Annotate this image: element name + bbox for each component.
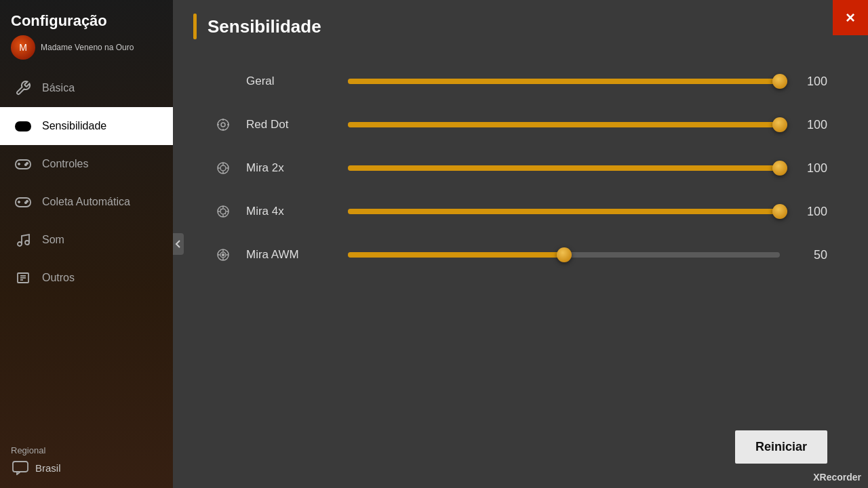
- sidebar-content: Configuração M Madame Veneno na Ouro Bás…: [0, 0, 173, 488]
- svg-point-5: [25, 126, 26, 127]
- sidebar-label-basica: Básica: [42, 82, 75, 94]
- reticle-icon: [214, 115, 233, 134]
- slider-thumb-mira4x[interactable]: [772, 204, 787, 219]
- svg-point-50: [222, 254, 224, 256]
- slider-track-mira2x[interactable]: [348, 165, 780, 171]
- slider-row-red-dot: Red Dot 100: [214, 103, 827, 146]
- slider-fill-miraawm: [348, 252, 564, 258]
- avatar: M: [11, 35, 35, 60]
- gamepad-icon-sens: [14, 117, 33, 136]
- gamepad-icon-ctrl: [14, 155, 33, 174]
- slider-fill-mira4x: [348, 209, 780, 214]
- slider-value-miraawm: 50: [793, 248, 827, 262]
- slider-fill-red-dot: [348, 122, 780, 127]
- sidebar-label-som: Som: [42, 234, 64, 246]
- slider-row-geral: Geral 100: [214, 60, 827, 103]
- wrench-icon: [14, 79, 33, 98]
- svg-point-10: [25, 164, 26, 165]
- sidebar-item-outros[interactable]: Outros: [0, 259, 173, 297]
- svg-point-16: [18, 242, 22, 246]
- slider-label-miraawm: Mira AWM: [246, 248, 334, 262]
- slider-track-red-dot[interactable]: [348, 122, 780, 127]
- main-header: Sensibilidade: [173, 0, 868, 46]
- scope4x-icon: [214, 202, 233, 221]
- slider-thumb-miraawm[interactable]: [557, 247, 572, 262]
- slider-value-mira2x: 100: [793, 161, 827, 176]
- slider-track-geral[interactable]: [348, 79, 780, 84]
- sidebar-label-outros: Outros: [42, 272, 75, 284]
- sidebar-item-basica[interactable]: Básica: [0, 69, 173, 107]
- sidebar-label-controles: Controles: [42, 158, 88, 170]
- sidebar-item-controles[interactable]: Controles: [0, 145, 173, 183]
- svg-rect-22: [13, 462, 28, 472]
- slider-label-mira2x: Mira 2x: [246, 161, 334, 175]
- regional-row: Brasil: [11, 458, 162, 477]
- slider-row-miraawm: Mira AWM 50: [214, 233, 827, 277]
- slider-track-miraawm[interactable]: [348, 252, 780, 258]
- svg-point-31: [220, 165, 226, 171]
- slider-track-mira4x[interactable]: [348, 209, 780, 214]
- svg-point-17: [25, 241, 29, 245]
- slider-label-red-dot: Red Dot: [246, 118, 334, 131]
- sliders-container: Geral 100 Red Dot: [173, 46, 868, 488]
- slider-value-geral: 100: [793, 75, 827, 89]
- section-indicator: [193, 14, 197, 39]
- slider-thumb-mira2x[interactable]: [772, 161, 787, 176]
- svg-point-15: [25, 202, 26, 203]
- sidebar-item-som[interactable]: Som: [0, 221, 173, 259]
- regional-label: Regional: [11, 445, 162, 455]
- config-header: Configuração M Madame Veneno na Ouro: [0, 0, 173, 69]
- sidebar: Configuração M Madame Veneno na Ouro Bás…: [0, 0, 173, 488]
- slider-value-mira4x: 100: [793, 205, 827, 219]
- reiniciar-button[interactable]: Reiniciar: [735, 430, 827, 464]
- close-button[interactable]: ×: [833, 0, 868, 35]
- sidebar-footer: Regional Brasil: [0, 437, 173, 488]
- collapse-sidebar-button[interactable]: [173, 233, 184, 255]
- scope2x-icon: [214, 159, 233, 178]
- regional-country: Brasil: [35, 462, 61, 474]
- section-title: Sensibilidade: [208, 16, 321, 37]
- slider-fill-geral: [348, 79, 780, 84]
- slider-value-red-dot: 100: [793, 118, 827, 132]
- slider-thumb-geral[interactable]: [772, 74, 787, 89]
- chat-icon: [11, 458, 30, 477]
- user-info: M Madame Veneno na Ouro: [11, 35, 162, 60]
- music-icon: [14, 230, 33, 249]
- slider-fill-mira2x: [348, 165, 780, 171]
- slider-thumb-red-dot[interactable]: [772, 117, 787, 132]
- gamepad-icon-coleta: [14, 192, 33, 211]
- sidebar-item-sensibilidade[interactable]: Sensibilidade: [0, 107, 173, 145]
- user-name: Madame Veneno na Ouro: [41, 43, 134, 52]
- list-icon: [14, 268, 33, 287]
- scopeawm-icon: [214, 245, 233, 264]
- main-content: × Sensibilidade Geral 100: [173, 0, 868, 488]
- sidebar-label-coleta: Coleta Automática: [42, 196, 130, 208]
- sidebar-item-coleta[interactable]: Coleta Automática: [0, 183, 173, 221]
- close-icon: ×: [846, 9, 855, 26]
- xrecorder-label: XRecorder: [813, 472, 861, 483]
- sidebar-label-sensibilidade: Sensibilidade: [42, 120, 106, 132]
- config-title: Configuração: [11, 12, 162, 30]
- slider-label-geral: Geral: [246, 75, 334, 88]
- svg-point-25: [221, 123, 225, 127]
- slider-label-mira4x: Mira 4x: [246, 205, 334, 218]
- svg-point-24: [218, 119, 229, 130]
- svg-line-43: [225, 214, 226, 215]
- slider-row-mira4x: Mira 4x 100: [214, 190, 827, 233]
- svg-line-42: [220, 209, 222, 210]
- slider-row-mira2x: Mira 2x 100: [214, 146, 827, 190]
- xrecorder-watermark: XRecorder: [813, 472, 861, 483]
